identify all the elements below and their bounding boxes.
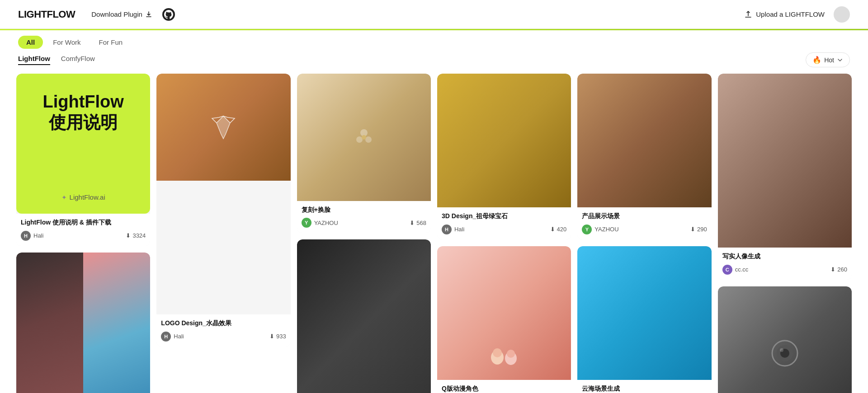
- card-author-row-2: H Hali ⬇ 933: [161, 332, 286, 342]
- card-sky[interactable]: 云海场景生成 B B站：AI开源分享KK ⬇ 275: [577, 246, 711, 393]
- card-author-row-5: H Hali ⬇ 420: [442, 225, 566, 234]
- card-portrait2[interactable]: 写实人像生成 C cc.cc ⬇ 260: [718, 74, 852, 280]
- download-count-icon-7: ⬇: [690, 226, 695, 233]
- card-image-bg-8: [577, 246, 711, 380]
- card-downloads-7: ⬇ 290: [690, 226, 707, 233]
- card-image-bg-1: [16, 253, 150, 393]
- card-meta-0: LightFlow 使用说明 & 插件下载 H Hali ⬇ 3324: [16, 214, 150, 246]
- card-author-row-7: Y YAZHOU ⬇ 290: [582, 225, 707, 234]
- card-image-inner-7: [577, 74, 711, 207]
- left-person: [16, 253, 83, 393]
- download-count-icon-9: ⬇: [830, 266, 835, 273]
- card-downloads-5: ⬇ 420: [550, 226, 567, 233]
- card-meta-3: 复刻+换脸 Y YAZHOU ⬇ 568: [297, 201, 431, 234]
- card-image-bg-6: [437, 246, 571, 380]
- card-yijian[interactable]: 一键脱衣 B B站：AI开源分享KK ⬇ 2536: [16, 253, 150, 393]
- logo[interactable]: LIGHTFLOW: [18, 9, 75, 20]
- download-count-icon-3: ⬇: [410, 220, 415, 226]
- card-title-2: LOGO Design_水晶效果: [161, 319, 286, 328]
- card-downloads-3: ⬇ 568: [410, 220, 426, 226]
- card-author-0: H Hali: [21, 231, 43, 241]
- author-name-9: cc.cc: [735, 266, 749, 273]
- card-image-6: [437, 246, 571, 380]
- two-person-split: [16, 253, 150, 393]
- card-title-9: 写实人像生成: [722, 252, 847, 261]
- svg-point-2: [356, 136, 363, 143]
- author-avatar-5: H: [442, 225, 452, 234]
- right-person: [83, 253, 150, 393]
- card-meta-8: 云海场景生成 B B站：AI开源分享KK ⬇ 275: [577, 380, 711, 393]
- upload-button[interactable]: Upload a LIGHTFLOW: [744, 10, 825, 19]
- download-count-7: 290: [697, 226, 707, 233]
- flower-deco: [350, 124, 377, 151]
- card-image-inner-8: [577, 246, 711, 380]
- card-author-row-9: C cc.cc ⬇ 260: [722, 265, 847, 275]
- author-avatar-0: H: [21, 231, 31, 241]
- author-name-7: YAZHOU: [594, 226, 618, 233]
- card-author-row-0: H Hali ⬇ 3324: [21, 231, 146, 241]
- card-image-bg-4: [297, 239, 431, 393]
- card-title-0: LightFlow 使用说明 & 插件下载: [21, 218, 146, 227]
- card-image-bg-2: [156, 74, 290, 181]
- card-luanman[interactable]: 凌乱感摄影棚美女 sdxl C cc.cc ⬇ 528: [297, 239, 431, 393]
- card-author-5: H Hali: [442, 225, 464, 234]
- upload-icon: [744, 10, 752, 19]
- card-image-7: [577, 74, 711, 207]
- author-avatar-3: Y: [302, 218, 311, 228]
- card-author-row-3: Y YAZHOU ⬇ 568: [302, 218, 426, 228]
- card-lightflow-intro[interactable]: LightFlow使用说明 ✦ LightFlow.ai LightFlow 使…: [16, 74, 150, 246]
- card-image-inner-4: [297, 239, 431, 393]
- tesla-logo-svg: [205, 109, 241, 145]
- card-downloads-0: ⬇ 3324: [126, 232, 146, 239]
- card-title-3: 复刻+换脸: [302, 206, 426, 215]
- sub-tab-lightflow[interactable]: LightFlow: [18, 55, 50, 65]
- card-author-9: C cc.cc: [722, 265, 749, 275]
- download-plugin-button[interactable]: Download Plugin: [91, 10, 152, 18]
- card-image-2: [156, 74, 290, 314]
- card-image-5: [437, 74, 571, 207]
- filter-tab-for-work[interactable]: For Work: [45, 36, 89, 49]
- card-author-2: H Hali: [161, 332, 184, 342]
- intro-brand: ✦ LightFlow.ai: [61, 193, 105, 201]
- intro-title: LightFlow使用说明: [42, 92, 123, 133]
- card-image-inner-3: [297, 74, 431, 201]
- download-count-3: 568: [416, 220, 426, 226]
- svg-point-7: [493, 348, 502, 357]
- header: LIGHTFLOW Download Plugin Upload a LIGHT…: [0, 0, 868, 29]
- download-icon: [145, 11, 152, 18]
- card-title-8: 云海场景生成: [582, 384, 707, 393]
- filter-tab-all[interactable]: All: [18, 36, 43, 49]
- author-name-2: Hali: [174, 333, 184, 340]
- card-anime[interactable]: Q版动漫角色 H Hali ⬇ 312: [437, 246, 571, 393]
- sort-dropdown[interactable]: 🔥 Hot: [806, 52, 850, 67]
- author-name-3: YAZHOU: [314, 220, 338, 226]
- card-lens[interactable]: 产品镜头设计 H Hali ⬇ 245: [718, 286, 852, 393]
- avatar[interactable]: [834, 6, 850, 23]
- card-image-inner-10: [718, 286, 852, 393]
- download-count-2: 933: [276, 333, 286, 340]
- filter-bar: All For Work For Fun: [0, 30, 868, 49]
- svg-point-8: [507, 350, 515, 358]
- card-meta-5: 3D Design_祖母绿宝石 H Hali ⬇ 420: [437, 207, 571, 240]
- sub-tab-comfyflow[interactable]: ComfyFlow: [61, 55, 95, 65]
- card-3d-design[interactable]: 3D Design_祖母绿宝石 H Hali ⬇ 420: [437, 74, 571, 240]
- card-image-bg-7: [577, 74, 711, 207]
- card-meta-9: 写实人像生成 C cc.cc ⬇ 260: [718, 248, 852, 280]
- card-image-3: [297, 74, 431, 201]
- card-image-bg-9: [718, 74, 852, 248]
- card-image-10: [718, 286, 852, 393]
- card-image-bg-3: [297, 74, 431, 201]
- card-image-bg-10: [718, 286, 852, 393]
- author-avatar-9: C: [722, 265, 732, 275]
- filter-tab-for-fun[interactable]: For Fun: [91, 36, 131, 49]
- card-author-3: Y YAZHOU: [302, 218, 338, 228]
- card-logo-design[interactable]: LOGO Design_水晶效果 H Hali ⬇ 933: [156, 74, 290, 347]
- card-image-9: [718, 74, 852, 248]
- card-fuyi[interactable]: 复刻+换脸 Y YAZHOU ⬇ 568: [297, 74, 431, 233]
- card-product[interactable]: 产品展示场景 Y YAZHOU ⬇ 290: [577, 74, 711, 240]
- card-image-inner-5: [437, 74, 571, 207]
- card-image-inner-1: [16, 253, 150, 393]
- card-image-inner-2: [156, 74, 290, 314]
- download-count-icon-2: ⬇: [269, 333, 274, 340]
- github-icon[interactable]: [161, 7, 176, 22]
